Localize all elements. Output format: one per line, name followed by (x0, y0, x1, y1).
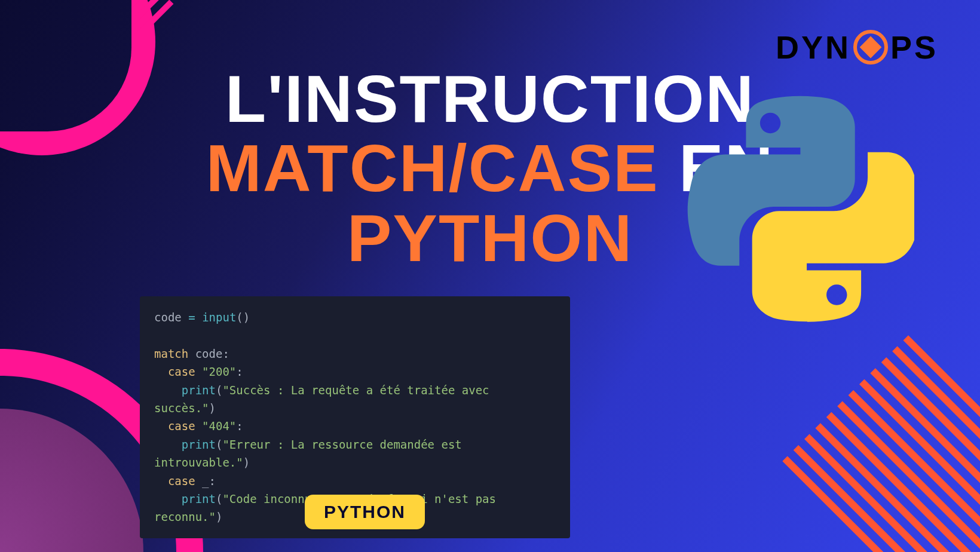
code-line-3: match code: (154, 345, 556, 363)
code-line-4: case "200": (154, 363, 556, 381)
python-logo-icon (687, 96, 914, 323)
code-line-7: print("Erreur : La ressource demandée es… (154, 436, 556, 472)
decoration-bottom-right (739, 335, 980, 552)
brand-part1: DYN (776, 29, 851, 66)
python-badge: PYTHON (305, 495, 425, 529)
code-line-blank (154, 326, 556, 344)
brand-part2: PS (890, 29, 938, 66)
code-line-8: case _: (154, 472, 556, 490)
brand-logo: DYN PS (776, 29, 938, 66)
code-line-1: code = input() (154, 308, 556, 326)
code-line-6: case "404": (154, 417, 556, 435)
dynops-diamond-icon (853, 30, 888, 65)
badge-label: PYTHON (324, 502, 406, 522)
code-line-5: print("Succès : La requête a été traitée… (154, 381, 556, 418)
title-matchcase: MATCH/CASE (206, 131, 659, 206)
